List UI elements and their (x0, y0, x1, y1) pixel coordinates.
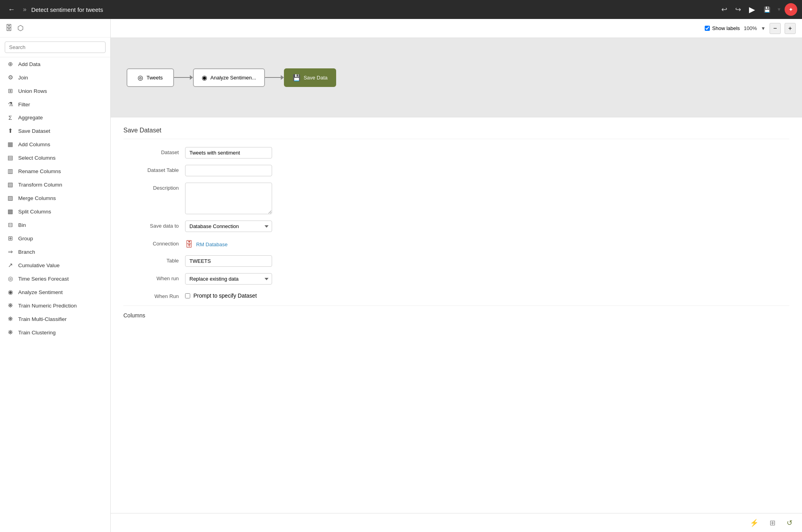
sidebar-label-group: Group (18, 236, 33, 241)
zoom-out-button[interactable]: − (770, 23, 781, 34)
sidebar-icon-train-multi-classifier: ❋ (6, 315, 14, 323)
sidebar-item-train-numeric-prediction[interactable]: ❋ Train Numeric Prediction (0, 299, 110, 312)
sidebar-label-train-numeric-prediction: Train Numeric Prediction (18, 303, 77, 309)
dataset-table-input[interactable] (185, 165, 272, 176)
sidebar-item-train-clustering[interactable]: ❋ Train Clustering (0, 326, 110, 339)
page-title: Detect sentiment for tweets (31, 6, 714, 13)
sidebar-item-add-columns[interactable]: ▦ Add Columns (0, 138, 110, 151)
save-data-to-select[interactable]: Database ConnectionLocal FileCloud Stora… (185, 221, 272, 232)
redo-button[interactable]: ↪ (733, 4, 743, 15)
show-labels-toggle[interactable]: Show labels (705, 25, 740, 31)
sidebar-icon-rename-columns: ▥ (6, 168, 14, 175)
sidebar-icon-analyze-sentiment: ◉ (6, 289, 14, 296)
prompt-checkbox[interactable] (185, 293, 190, 298)
sidebar-label-cumulative-value: Cumulative Value (18, 262, 60, 268)
table-view-button[interactable]: ⊞ (766, 517, 779, 529)
sidebar-icon-filter: ⚗ (6, 101, 14, 108)
prompt-checkbox-row: Prompt to specify Dataset (185, 291, 257, 299)
dataset-row: Dataset (123, 147, 789, 158)
sidebar-label-union-rows: Union Rows (18, 88, 47, 94)
canvas-flow: ◎ Tweets ◉ Analyze Sentimen... 💾 Save Da… (111, 38, 802, 117)
database-icon: 🗄 (185, 240, 193, 249)
dataset-input[interactable] (185, 147, 272, 158)
sidebar-item-select-columns[interactable]: ▤ Select Columns (0, 151, 110, 164)
sidebar-item-transform-column[interactable]: ▧ Transform Column (0, 178, 110, 191)
connector-arrow-0 (190, 75, 193, 80)
sidebar-search-container (0, 38, 110, 57)
lightning-button[interactable]: ⚡ (747, 517, 762, 529)
when-run2-row: When Run Prompt to specify Dataset (123, 291, 789, 299)
flow-node-analyze[interactable]: ◉ Analyze Sentimen... (193, 68, 265, 87)
dataset-label: Dataset (123, 147, 179, 155)
save-button[interactable]: 💾 (760, 5, 774, 14)
zoom-display: 100% (744, 25, 757, 31)
back-button[interactable]: ← (5, 4, 18, 15)
sidebar-item-analyze-sentiment[interactable]: ◉ Analyze Sentiment (0, 285, 110, 299)
sidebar-item-bin[interactable]: ⊟ Bin (0, 218, 110, 232)
sidebar-shape-icon[interactable]: ⬡ (17, 23, 25, 33)
sidebar-item-merge-columns[interactable]: ▨ Merge Columns (0, 191, 110, 205)
connector-line-0 (174, 77, 190, 78)
sidebar-icon-transform-column: ▧ (6, 181, 14, 188)
flow-node-icon-tweets: ◎ (138, 74, 143, 81)
sidebar-item-branch[interactable]: ⇒ Branch (0, 245, 110, 258)
zoom-dropdown-button[interactable]: ▼ (761, 26, 766, 31)
sidebar-db-icon[interactable]: 🗄 (5, 23, 13, 33)
sidebar-label-train-multi-classifier: Train Multi-Classifier (18, 316, 67, 322)
description-row: Description (123, 183, 789, 214)
flow-connector-1 (265, 75, 284, 80)
sidebar-label-add-columns: Add Columns (18, 141, 50, 147)
table-input[interactable] (185, 255, 272, 267)
flow-node-label-analyze: Analyze Sentimen... (210, 75, 256, 81)
save-data-to-label: Save data to (123, 221, 179, 229)
app-logo[interactable]: ✦ (785, 3, 797, 16)
dataset-table-row: Dataset Table (123, 165, 789, 176)
run-button[interactable]: ▶ (747, 3, 757, 16)
main-layout: 🗄 ⬡ ⊕ Add Data ⚙ Join ⊞ Union Rows ⚗ Fil… (0, 19, 802, 532)
sidebar-item-filter[interactable]: ⚗ Filter (0, 98, 110, 111)
flow-node-save[interactable]: 💾 Save Data (284, 68, 337, 87)
connection-row: Connection 🗄 RM Database (123, 238, 789, 249)
description-textarea[interactable] (185, 183, 272, 214)
sidebar-icon-cumulative-value: ↗ (6, 262, 14, 269)
sidebar-label-bin: Bin (18, 222, 26, 228)
sidebar-item-add-data[interactable]: ⊕ Add Data (0, 57, 110, 71)
sidebar-icon-time-series-forecast: ◎ (6, 275, 14, 282)
save-dropdown-icon[interactable]: ▼ (777, 7, 781, 12)
sidebar-icon-train-numeric-prediction: ❋ (6, 302, 14, 309)
save-data-to-row: Save data to Database ConnectionLocal Fi… (123, 221, 789, 232)
sidebar-label-branch: Branch (18, 249, 35, 255)
sidebar-item-union-rows[interactable]: ⊞ Union Rows (0, 84, 110, 98)
flow-node-icon-analyze: ◉ (202, 74, 207, 81)
sidebar-item-time-series-forecast[interactable]: ◎ Time Series Forecast (0, 272, 110, 285)
when-run-select[interactable]: Replace existing dataAppend dataCreate n… (185, 273, 272, 285)
sidebar-label-filter: Filter (18, 102, 30, 108)
sidebar-label-add-data: Add Data (18, 61, 40, 67)
sidebar-label-split-columns: Split Columns (18, 209, 51, 215)
canvas-toolbar: Show labels 100% ▼ − + (111, 19, 802, 38)
bottom-bar: ⚡ ⊞ ↺ (111, 513, 802, 532)
flow-node-tweets[interactable]: ◎ Tweets (127, 68, 174, 87)
sidebar-icon-group: ⊞ (6, 235, 14, 242)
sidebar-item-join[interactable]: ⚙ Join (0, 71, 110, 84)
sidebar-item-train-multi-classifier[interactable]: ❋ Train Multi-Classifier (0, 312, 110, 326)
sidebar-icon-bin: ⊟ (6, 221, 14, 228)
show-labels-checkbox[interactable] (705, 26, 710, 31)
zoom-in-button[interactable]: + (785, 23, 796, 34)
sidebar-item-save-dataset[interactable]: ⬆ Save Dataset (0, 124, 110, 138)
sidebar-item-aggregate[interactable]: Σ Aggregate (0, 111, 110, 124)
search-input[interactable] (5, 42, 106, 53)
undo-button[interactable]: ↩ (719, 4, 730, 15)
sidebar-label-rename-columns: Rename Columns (18, 168, 61, 174)
table-row: Table (123, 255, 789, 267)
sidebar-item-rename-columns[interactable]: ▥ Rename Columns (0, 164, 110, 178)
rm-database-link[interactable]: RM Database (196, 241, 227, 247)
refresh-button[interactable]: ↺ (783, 517, 796, 529)
sidebar-icon-train-clustering: ❋ (6, 329, 14, 336)
sidebar-item-cumulative-value[interactable]: ↗ Cumulative Value (0, 258, 110, 272)
canvas-area: Show labels 100% ▼ − + ◎ Tweets ◉ Analyz… (111, 19, 802, 532)
sidebar-item-split-columns[interactable]: ▩ Split Columns (0, 205, 110, 218)
sidebar-label-save-dataset: Save Dataset (18, 128, 50, 134)
flow-node-icon-save: 💾 (293, 74, 301, 81)
sidebar-item-group[interactable]: ⊞ Group (0, 232, 110, 245)
